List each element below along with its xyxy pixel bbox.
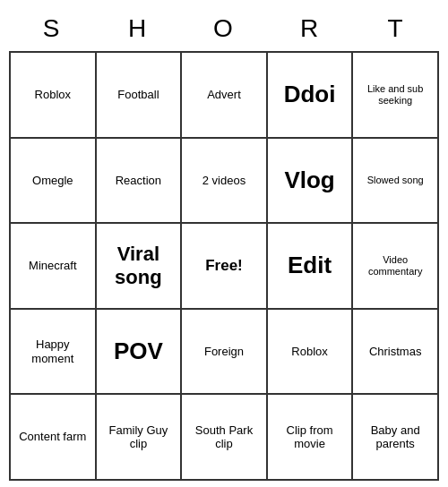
bingo-cell: Happy moment [11, 310, 97, 396]
cell-label: Video commentary [357, 254, 434, 278]
bingo-cell: Baby and parents [353, 395, 439, 481]
bingo-card: SHORT RobloxFootballAdvertDdoiLike and s… [9, 6, 439, 481]
bingo-row: OmegleReaction2 videosVlogSlowed song [11, 139, 439, 225]
cell-label: Free! [205, 257, 243, 275]
bingo-cell: South Park clip [182, 395, 268, 481]
cell-label: Reaction [116, 174, 161, 188]
cell-label: Edit [288, 252, 332, 279]
cell-label: Roblox [35, 88, 71, 102]
bingo-cell: Free! [182, 224, 268, 310]
bingo-header: SHORT [9, 6, 439, 51]
cell-label: Clip from movie [271, 423, 349, 451]
header-letter: T [353, 6, 439, 51]
header-letter: S [9, 6, 95, 51]
cell-label: South Park clip [185, 423, 263, 451]
bingo-row: Content farmFamily Guy clipSouth Park cl… [11, 395, 439, 481]
cell-label: Roblox [291, 345, 327, 359]
header-letter: O [181, 6, 267, 51]
cell-label: Like and sub seeking [357, 83, 434, 107]
bingo-cell: Content farm [11, 395, 97, 481]
bingo-cell: POV [97, 310, 183, 396]
cell-label: Football [117, 88, 159, 102]
header-letter: H [95, 6, 181, 51]
bingo-cell: Omegle [11, 139, 97, 225]
bingo-row: RobloxFootballAdvertDdoiLike and sub see… [11, 53, 439, 139]
cell-label: 2 videos [202, 174, 246, 188]
bingo-cell: Ddoi [268, 53, 354, 139]
cell-label: Foreign [204, 345, 244, 359]
bingo-cell: Family Guy clip [97, 395, 183, 481]
cell-label: Happy moment [14, 337, 91, 365]
bingo-cell: Like and sub seeking [353, 53, 439, 139]
bingo-grid: RobloxFootballAdvertDdoiLike and sub see… [9, 51, 439, 481]
cell-label: Advert [207, 88, 241, 102]
bingo-cell: Christmas [353, 310, 439, 396]
header-letter: R [267, 6, 353, 51]
bingo-row: Happy momentPOVForeignRobloxChristmas [11, 310, 439, 396]
bingo-cell: Vlog [268, 139, 354, 225]
cell-label: Slowed song [367, 175, 424, 186]
bingo-cell: Reaction [97, 139, 183, 225]
bingo-cell: Advert [182, 53, 268, 139]
bingo-cell: Roblox [268, 310, 354, 396]
cell-label: Christmas [369, 345, 422, 359]
cell-label: POV [114, 337, 163, 365]
bingo-row: MinecraftViral songFree!EditVideo commen… [11, 224, 439, 310]
cell-label: Family Guy clip [100, 423, 177, 451]
bingo-cell: Edit [268, 224, 354, 310]
bingo-cell: Football [97, 53, 183, 139]
bingo-cell: Video commentary [353, 224, 439, 310]
cell-label: Vlog [284, 167, 334, 194]
cell-label: Minecraft [29, 259, 76, 273]
bingo-cell: Roblox [11, 53, 97, 139]
cell-label: Omegle [32, 174, 73, 188]
cell-label: Ddoi [284, 81, 336, 108]
cell-label: Content farm [19, 430, 86, 444]
cell-label: Baby and parents [357, 423, 434, 451]
bingo-cell: Foreign [182, 310, 268, 396]
bingo-cell: Minecraft [11, 224, 97, 310]
bingo-cell: Clip from movie [268, 395, 354, 481]
bingo-cell: 2 videos [182, 139, 268, 225]
bingo-cell: Viral song [97, 224, 183, 310]
cell-label: Viral song [100, 243, 177, 290]
bingo-cell: Slowed song [353, 139, 439, 225]
